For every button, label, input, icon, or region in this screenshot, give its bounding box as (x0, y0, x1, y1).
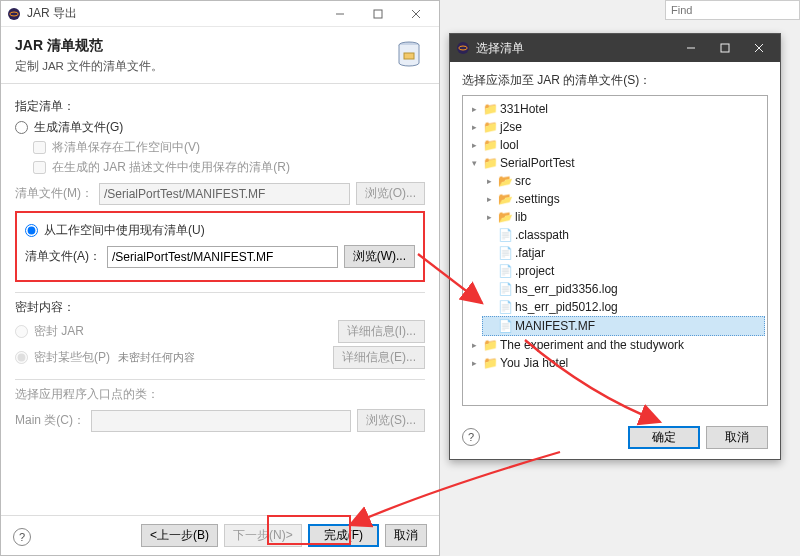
seal-jar-radio (15, 325, 28, 338)
tree-item-log2[interactable]: 📄hs_err_pid5012.log (482, 298, 765, 316)
tree-item-j2se[interactable]: ▸📁j2se (467, 118, 765, 136)
manifest-m-row: 清单文件(M)： 浏览(O)... (15, 182, 425, 205)
seal-jar-label: 密封 JAR (34, 323, 84, 340)
manifest-a-row: 清单文件(A)： 浏览(W)... (25, 245, 415, 268)
sel-maximize-button[interactable] (708, 36, 742, 60)
manifest-m-input (99, 183, 350, 205)
file-icon: 📄 (498, 319, 512, 333)
sel-titlebar: 选择清单 (450, 34, 780, 62)
content-area: 指定清单： 生成清单文件(G) 将清单保存在工作空间中(V) 在生成的 JAR … (1, 84, 439, 515)
sel-minimize-button[interactable] (674, 36, 708, 60)
seal-some-label: 密封某些包(P) (34, 349, 110, 366)
file-icon: 📄 (498, 282, 512, 296)
sel-help-icon[interactable]: ? (462, 428, 480, 446)
folder-icon: 📂 (498, 174, 512, 188)
browse-w-button[interactable]: 浏览(W)... (344, 245, 415, 268)
sel-cancel-button[interactable]: 取消 (706, 426, 768, 449)
project-icon: 📁 (483, 120, 497, 134)
file-icon: 📄 (498, 228, 512, 242)
file-icon: 📄 (498, 300, 512, 314)
file-icon: 📄 (498, 246, 512, 260)
sel-footer: ? 确定 取消 (450, 416, 780, 459)
folder-icon: 📂 (498, 210, 512, 224)
tree-item-classpath[interactable]: 📄.classpath (482, 226, 765, 244)
minimize-button[interactable] (321, 2, 359, 26)
banner-subheading: 定制 JAR 文件的清单文件。 (15, 59, 387, 74)
maximize-button[interactable] (359, 2, 397, 26)
browse-s-button: 浏览(S)... (357, 409, 425, 432)
find-bar[interactable] (665, 0, 800, 20)
tree-item-src[interactable]: ▸📂src (482, 172, 765, 190)
sel-title: 选择清单 (476, 40, 674, 57)
manifest-m-label: 清单文件(M)： (15, 185, 93, 202)
titlebar: JAR 导出 (1, 1, 439, 27)
use-existing-label: 从工作空间中使用现有清单(U) (44, 222, 205, 239)
tree-item-lool[interactable]: ▸📁lool (467, 136, 765, 154)
jar-icon (387, 35, 427, 75)
ok-button[interactable]: 确定 (628, 426, 700, 449)
tree-item-331hotel[interactable]: ▸📁331Hotel (467, 100, 765, 118)
project-icon: 📁 (483, 156, 497, 170)
detail-e-button: 详细信息(E)... (333, 346, 425, 369)
find-input[interactable] (669, 3, 800, 17)
sel-prompt: 选择应添加至 JAR 的清单文件(S)： (462, 72, 768, 89)
seal-jar-row: 密封 JAR 详细信息(I)... (15, 320, 425, 343)
seal-section-label: 密封内容： (15, 299, 425, 316)
tree-item-log1[interactable]: 📄hs_err_pid3356.log (482, 280, 765, 298)
jar-export-dialog: JAR 导出 JAR 清单规范 定制 JAR 文件的清单文件。 指定清单： 生成… (0, 0, 440, 556)
project-icon: 📁 (483, 138, 497, 152)
tree-item-settings[interactable]: ▸📂.settings (482, 190, 765, 208)
eclipse-icon (7, 7, 21, 21)
help-icon[interactable]: ? (13, 528, 31, 546)
banner: JAR 清单规范 定制 JAR 文件的清单文件。 (1, 27, 439, 84)
seal-some-radio (15, 351, 28, 364)
generate-manifest-radio-row[interactable]: 生成清单文件(G) (15, 119, 425, 136)
project-icon: 📁 (483, 356, 497, 370)
entry-point-label: 选择应用程序入口点的类： (15, 386, 425, 403)
back-button[interactable]: <上一步(B) (141, 524, 218, 547)
file-icon: 📄 (498, 264, 512, 278)
banner-heading: JAR 清单规范 (15, 37, 387, 55)
sel-close-button[interactable] (742, 36, 776, 60)
cancel-button[interactable]: 取消 (385, 524, 427, 547)
tree-item-youjia[interactable]: ▸📁You Jia hotel (467, 354, 765, 372)
reuse-saved-checkbox (33, 161, 46, 174)
use-existing-radio-row[interactable]: 从工作空间中使用现有清单(U) (25, 222, 415, 239)
save-workspace-checkbox (33, 141, 46, 154)
detail-i-button: 详细信息(I)... (338, 320, 425, 343)
seal-some-row: 密封某些包(P)未密封任何内容 详细信息(E)... (15, 346, 425, 369)
tree-item-experiment[interactable]: ▸📁The experiment and the studywork (467, 336, 765, 354)
close-button[interactable] (397, 2, 435, 26)
manifest-a-input[interactable] (107, 246, 338, 268)
project-icon: 📁 (483, 338, 497, 352)
select-manifest-dialog: 选择清单 选择应添加至 JAR 的清单文件(S)： ▸📁331Hotel ▸📁j… (449, 33, 781, 460)
svg-rect-9 (404, 53, 414, 59)
project-icon: 📁 (483, 102, 497, 116)
generate-manifest-label: 生成清单文件(G) (34, 119, 123, 136)
save-workspace-check-row: 将清单保存在工作空间中(V) (33, 139, 425, 156)
save-workspace-label: 将清单保存在工作空间中(V) (52, 139, 200, 156)
tree-item-manifest[interactable]: 📄MANIFEST.MF (482, 316, 765, 336)
browse-o-button: 浏览(O)... (356, 182, 425, 205)
tree-item-serialporttest[interactable]: ▾📁SerialPortTest (467, 154, 765, 172)
folder-icon: 📂 (498, 192, 512, 206)
next-button: 下一步(N)> (224, 524, 302, 547)
finish-button[interactable]: 完成(F) (308, 524, 379, 547)
eclipse-icon (456, 41, 470, 55)
generate-manifest-radio[interactable] (15, 121, 28, 134)
existing-manifest-group: 从工作空间中使用现有清单(U) 清单文件(A)： 浏览(W)... (15, 211, 425, 282)
svg-rect-5 (374, 10, 382, 18)
svg-rect-13 (721, 44, 729, 52)
reuse-saved-label: 在生成的 JAR 描述文件中使用保存的清单(R) (52, 159, 290, 176)
main-class-label: Main 类(C)： (15, 412, 85, 429)
manifest-a-label: 清单文件(A)： (25, 248, 101, 265)
dialog-title: JAR 导出 (27, 5, 321, 22)
tree-container[interactable]: ▸📁331Hotel ▸📁j2se ▸📁lool ▾📁SerialPortTes… (462, 95, 768, 406)
not-sealed-note: 未密封任何内容 (118, 350, 195, 365)
dialog-footer: ? <上一步(B) 下一步(N)> 完成(F) 取消 (1, 515, 439, 555)
tree-item-lib[interactable]: ▸📂lib (482, 208, 765, 226)
use-existing-radio[interactable] (25, 224, 38, 237)
tree-item-project[interactable]: 📄.project (482, 262, 765, 280)
tree-item-fatjar[interactable]: 📄.fatjar (482, 244, 765, 262)
main-class-row: Main 类(C)： 浏览(S)... (15, 409, 425, 432)
